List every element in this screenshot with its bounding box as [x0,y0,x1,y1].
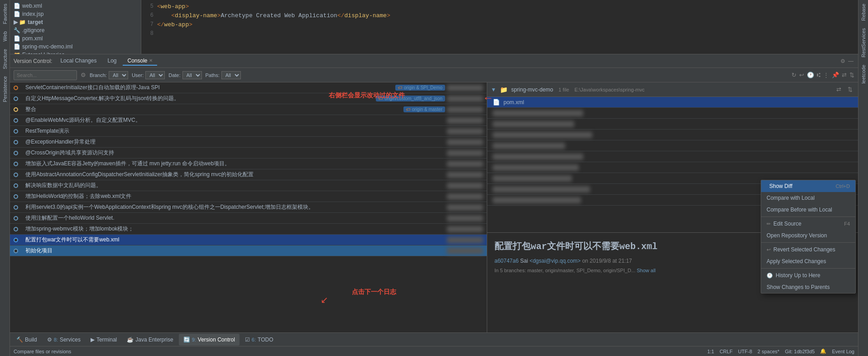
left-tab-web[interactable]: Web [0,28,10,45]
left-tab-persistence[interactable]: Persistence [0,72,10,106]
code-editor: 5 <web-app> 6 <display-name>Archetype Cr… [141,0,858,54]
file-tree-indexjsp[interactable]: 📄 index.jsp [10,10,141,18]
encoding[interactable]: UTF-8 [738,349,752,354]
menu-item-compare-before[interactable]: Compare Before with Local [761,204,855,216]
log-item-3[interactable]: @EnableWebMvc源码分析。自定义配置MVC。 [10,115,487,126]
file-tree-iml[interactable]: 📄 spring-mvc-demo.iml [10,43,141,51]
paths-select[interactable]: All [221,71,241,79]
right-collapse-icon[interactable]: ⇅ [846,85,854,94]
notification-icon[interactable]: 🔔 [820,348,826,354]
log-item-9[interactable]: 解决响应数据中文乱码的问题。 [10,180,487,191]
git-branch-status[interactable]: Git: 1db2f3d5 [785,349,815,354]
log-dot-2 [14,107,18,112]
changed-file-pom[interactable]: 📄 pom.xml [487,97,858,108]
log-item-1[interactable]: 自定义HttpMessageConverter,解决中文乱码与json转换的问题… [10,93,487,104]
blurred-content-5 [493,154,583,160]
menu-item-history[interactable]: 🕐 History Up to Here [761,269,855,281]
menu-item-show-changes[interactable]: Show Changes to Parents [761,281,855,293]
close-console-tab[interactable]: ✕ [149,58,153,63]
file-tree-webxml[interactable]: 📄 web.xml [10,2,141,10]
log-item-5[interactable]: @ExceptionHandler异常处理 [10,137,487,148]
line-separator[interactable]: CRLF [719,349,733,354]
tab-terminal[interactable]: ▶ Terminal [86,334,121,346]
blurred-row-4[interactable] [487,140,858,151]
pin-icon[interactable]: 📌 [832,72,839,78]
user-select[interactable]: All [145,71,165,79]
menu-item-edit-source[interactable]: ✏ Edit Source F4 [761,218,855,230]
menu-item-open-repo[interactable]: Open Repository Version [761,230,855,241]
tab-java-enterprise[interactable]: ☕ Java Enterprise [122,334,177,346]
log-item-0[interactable]: ServletContainerInitializer接口自动加载的原理-Jav… [10,82,487,93]
git-icon: 🔧 [14,27,20,34]
log-item-13[interactable]: 增加spring-webmvc模块；增加lombok模块； [10,224,487,235]
undo-icon[interactable]: ↩ [799,72,804,78]
search-gear-icon[interactable]: ⚙ [81,72,86,78]
file-tree-ext-libs[interactable]: 📁 External Libraries [10,51,141,54]
file-tree-gitignore[interactable]: 🔧 .gitignore [10,26,141,34]
tab-build[interactable]: 🔨 Build [12,334,42,346]
event-log[interactable]: Event Log [832,349,854,354]
log-item-12[interactable]: 使用注解配置一个helloWorld Servlet. [10,213,487,224]
tab-log[interactable]: Log [103,57,121,66]
refresh-icon[interactable]: ↻ [791,72,796,78]
log-item-14[interactable]: 配置打包war文件时可以不需要web.xml [10,235,487,245]
paths-filter: Paths: All [206,71,241,79]
log-item-4[interactable]: RestTemplate演示 [10,126,487,137]
collapse-icon[interactable]: ⇅ [849,72,854,78]
minimize-icon[interactable]: — [847,57,854,65]
tab-console[interactable]: Console ✕ [123,57,157,66]
bottom-tabs: 🔨 Build ⚙ 8: Services ▶ Terminal ☕ Java … [10,332,858,346]
graph-icon[interactable]: ⋮ [823,72,829,78]
tab-local-changes[interactable]: Local Changes [56,57,101,66]
tab-services[interactable]: ⚙ 8: Services [43,334,85,346]
blurred-row-1[interactable] [487,108,858,119]
context-menu: Show Diff Ctrl+D Compare with Local Comp… [761,180,856,293]
menu-item-apply[interactable]: Apply Selected Changes [761,255,855,267]
right-tab-leetcode[interactable]: leetcode [859,61,868,87]
left-tab-favorites[interactable]: Favorites [0,0,10,28]
left-tab-structure[interactable]: Structure [0,45,10,73]
right-expand-icon[interactable]: ⇄ [834,85,843,94]
file-tree: 📄 web.xml 📄 index.jsp ▶ 📁 target 🔧 .giti… [10,0,141,54]
log-item-6[interactable]: @CrossOrigin跨域共享资源访问支持 [10,148,487,159]
expand-icon[interactable]: ⇄ [842,72,847,78]
menu-item-compare-local[interactable]: Compare with Local [761,192,855,204]
clock-icon[interactable]: 🕐 [807,72,814,78]
search-input[interactable] [14,70,77,80]
branch-select[interactable]: All [109,71,128,79]
blurred-row-2[interactable] [487,119,858,130]
branches-icon[interactable]: ⑆ [817,72,820,78]
hash-blur-10 [447,193,483,200]
log-item-10[interactable]: 增加HelloWorld的控制器；去除web.xml文件 [10,191,487,202]
tab-version-control[interactable]: 🔄 9: Version Control [179,334,240,346]
user-filter: User: All [132,71,165,79]
log-item-11[interactable]: 利用servlet3.0的api实例一个WebApplicationContex… [10,202,487,213]
right-tab-restservices[interactable]: RestServices [859,24,868,61]
spaces-info[interactable]: 2 spaces* [758,349,779,354]
log-item-7[interactable]: 增加嵌入式JavaEE容器Jetty的maven插件，可通过 mvn jetty… [10,159,487,169]
hash-blur-6 [447,150,483,156]
show-all-link[interactable]: Show all [637,268,656,273]
blurred-row-5[interactable] [487,151,858,162]
blurred-row-6[interactable] [487,162,858,173]
log-item-15[interactable]: 初始化项目 [10,245,487,256]
hash-blur-8 [447,172,483,178]
cursor-position[interactable]: 1:1 [707,349,714,354]
log-item-2[interactable]: 整合 🏷 origin & master [10,104,487,115]
commit-author: Sai [520,258,528,264]
file-tree-target[interactable]: ▶ 📁 target [10,18,141,26]
tab-todo[interactable]: ☑ 6: TODO [240,334,278,346]
menu-item-show-diff[interactable]: Show Diff Ctrl+D [761,180,855,192]
blurred-row-3[interactable] [487,130,858,140]
log-dot-10 [14,194,18,199]
settings-gear-icon[interactable]: ⚙ [840,58,845,64]
right-tab-rebase[interactable]: Rebase [859,0,868,24]
menu-item-revert[interactable]: ↩ Revert Selected Changes [761,244,855,255]
hash-area-13 [370,226,483,232]
file-tree-pomxml[interactable]: 📄 pom.xml [10,34,141,43]
log-item-8[interactable]: 使用AbstractAnnotationConfigDispatcherServ… [10,169,487,180]
date-select[interactable]: All [182,71,202,79]
hash-area-1: 🏷 origin/custom_utf8_and_json [370,96,483,102]
edit-source-icon: ✏ [767,221,771,227]
date-filter: Date: All [168,71,201,79]
